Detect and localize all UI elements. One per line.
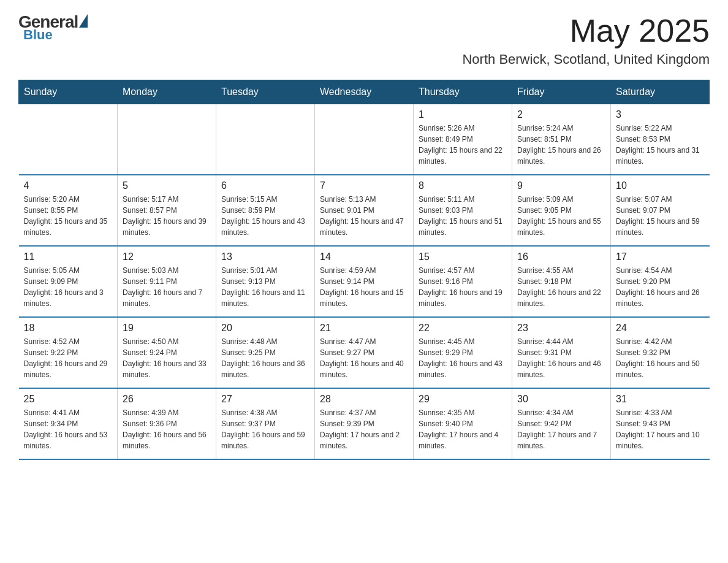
day-info: Sunrise: 4:52 AM Sunset: 9:22 PM Dayligh… <box>24 336 113 380</box>
day-info: Sunrise: 5:15 AM Sunset: 8:59 PM Dayligh… <box>221 194 309 238</box>
calendar-cell: 10Sunrise: 5:07 AM Sunset: 9:07 PM Dayli… <box>611 175 710 246</box>
calendar-cell: 28Sunrise: 4:37 AM Sunset: 9:39 PM Dayli… <box>315 388 414 459</box>
day-info: Sunrise: 4:54 AM Sunset: 9:20 PM Dayligh… <box>616 265 705 309</box>
calendar-week-row: 11Sunrise: 5:05 AM Sunset: 9:09 PM Dayli… <box>19 246 710 317</box>
day-info: Sunrise: 5:09 AM Sunset: 9:05 PM Dayligh… <box>517 194 605 238</box>
calendar-cell: 19Sunrise: 4:50 AM Sunset: 9:24 PM Dayli… <box>118 317 216 388</box>
weekday-header-wednesday: Wednesday <box>315 80 414 104</box>
page-header: General Blue May 2025 North Berwick, Sco… <box>18 12 710 67</box>
day-number: 19 <box>123 323 211 334</box>
day-info: Sunrise: 4:44 AM Sunset: 9:31 PM Dayligh… <box>517 336 605 380</box>
calendar-cell: 14Sunrise: 4:59 AM Sunset: 9:14 PM Dayli… <box>315 246 414 317</box>
calendar-cell <box>118 104 216 175</box>
day-number: 10 <box>616 180 705 191</box>
calendar-cell: 2Sunrise: 5:24 AM Sunset: 8:51 PM Daylig… <box>512 104 611 175</box>
day-info: Sunrise: 4:33 AM Sunset: 9:43 PM Dayligh… <box>616 407 705 451</box>
calendar-cell: 20Sunrise: 4:48 AM Sunset: 9:25 PM Dayli… <box>216 317 315 388</box>
logo: General Blue <box>18 12 88 43</box>
calendar-cell: 26Sunrise: 4:39 AM Sunset: 9:36 PM Dayli… <box>118 388 216 459</box>
calendar-cell: 8Sunrise: 5:11 AM Sunset: 9:03 PM Daylig… <box>414 175 512 246</box>
calendar-cell: 7Sunrise: 5:13 AM Sunset: 9:01 PM Daylig… <box>315 175 414 246</box>
day-number: 20 <box>221 323 309 334</box>
day-number: 12 <box>123 251 211 262</box>
day-number: 26 <box>123 394 211 405</box>
day-info: Sunrise: 5:24 AM Sunset: 8:51 PM Dayligh… <box>517 123 605 167</box>
weekday-header-saturday: Saturday <box>611 80 710 104</box>
day-info: Sunrise: 5:03 AM Sunset: 9:11 PM Dayligh… <box>123 265 211 309</box>
day-number: 16 <box>517 251 605 262</box>
day-info: Sunrise: 4:48 AM Sunset: 9:25 PM Dayligh… <box>221 336 309 380</box>
calendar-week-row: 18Sunrise: 4:52 AM Sunset: 9:22 PM Dayli… <box>19 317 710 388</box>
calendar-cell: 29Sunrise: 4:35 AM Sunset: 9:40 PM Dayli… <box>414 388 512 459</box>
day-info: Sunrise: 4:42 AM Sunset: 9:32 PM Dayligh… <box>616 336 705 380</box>
day-number: 8 <box>419 180 507 191</box>
day-info: Sunrise: 4:57 AM Sunset: 9:16 PM Dayligh… <box>419 265 507 309</box>
day-info: Sunrise: 4:55 AM Sunset: 9:18 PM Dayligh… <box>517 265 605 309</box>
calendar-cell: 6Sunrise: 5:15 AM Sunset: 8:59 PM Daylig… <box>216 175 315 246</box>
calendar-cell: 30Sunrise: 4:34 AM Sunset: 9:42 PM Dayli… <box>512 388 611 459</box>
day-number: 9 <box>517 180 605 191</box>
day-info: Sunrise: 5:01 AM Sunset: 9:13 PM Dayligh… <box>221 265 309 309</box>
day-number: 22 <box>419 323 507 334</box>
calendar-cell: 17Sunrise: 4:54 AM Sunset: 9:20 PM Dayli… <box>611 246 710 317</box>
day-number: 6 <box>221 180 309 191</box>
weekday-header-tuesday: Tuesday <box>216 80 315 104</box>
calendar-cell: 18Sunrise: 4:52 AM Sunset: 9:22 PM Dayli… <box>19 317 118 388</box>
day-number: 23 <box>517 323 605 334</box>
weekday-header-sunday: Sunday <box>19 80 118 104</box>
day-number: 15 <box>419 251 507 262</box>
day-info: Sunrise: 4:34 AM Sunset: 9:42 PM Dayligh… <box>517 407 605 451</box>
day-number: 3 <box>616 109 705 120</box>
logo-triangle-icon <box>79 14 88 28</box>
day-info: Sunrise: 4:41 AM Sunset: 9:34 PM Dayligh… <box>24 407 113 451</box>
day-number: 17 <box>616 251 705 262</box>
day-info: Sunrise: 4:38 AM Sunset: 9:37 PM Dayligh… <box>221 407 309 451</box>
day-info: Sunrise: 4:39 AM Sunset: 9:36 PM Dayligh… <box>123 407 211 451</box>
calendar-cell: 13Sunrise: 5:01 AM Sunset: 9:13 PM Dayli… <box>216 246 315 317</box>
day-number: 14 <box>320 251 408 262</box>
calendar-cell: 15Sunrise: 4:57 AM Sunset: 9:16 PM Dayli… <box>414 246 512 317</box>
day-info: Sunrise: 5:22 AM Sunset: 8:53 PM Dayligh… <box>616 123 705 167</box>
calendar-cell: 25Sunrise: 4:41 AM Sunset: 9:34 PM Dayli… <box>19 388 118 459</box>
weekday-header-friday: Friday <box>512 80 611 104</box>
day-info: Sunrise: 5:13 AM Sunset: 9:01 PM Dayligh… <box>320 194 408 238</box>
day-info: Sunrise: 4:47 AM Sunset: 9:27 PM Dayligh… <box>320 336 408 380</box>
calendar-cell: 16Sunrise: 4:55 AM Sunset: 9:18 PM Dayli… <box>512 246 611 317</box>
day-number: 28 <box>320 394 408 405</box>
day-number: 29 <box>419 394 507 405</box>
calendar-cell <box>216 104 315 175</box>
day-info: Sunrise: 4:45 AM Sunset: 9:29 PM Dayligh… <box>419 336 507 380</box>
calendar-cell: 27Sunrise: 4:38 AM Sunset: 9:37 PM Dayli… <box>216 388 315 459</box>
calendar-cell: 1Sunrise: 5:26 AM Sunset: 8:49 PM Daylig… <box>414 104 512 175</box>
calendar-cell: 3Sunrise: 5:22 AM Sunset: 8:53 PM Daylig… <box>611 104 710 175</box>
location-title: North Berwick, Scotland, United Kingdom <box>462 52 710 67</box>
calendar-cell: 5Sunrise: 5:17 AM Sunset: 8:57 PM Daylig… <box>118 175 216 246</box>
calendar-header-row: SundayMondayTuesdayWednesdayThursdayFrid… <box>19 80 710 104</box>
calendar-week-row: 1Sunrise: 5:26 AM Sunset: 8:49 PM Daylig… <box>19 104 710 175</box>
weekday-header-monday: Monday <box>118 80 216 104</box>
day-info: Sunrise: 4:59 AM Sunset: 9:14 PM Dayligh… <box>320 265 408 309</box>
day-number: 11 <box>24 251 113 262</box>
day-number: 13 <box>221 251 309 262</box>
day-info: Sunrise: 5:26 AM Sunset: 8:49 PM Dayligh… <box>419 123 507 167</box>
day-info: Sunrise: 4:50 AM Sunset: 9:24 PM Dayligh… <box>123 336 211 380</box>
day-number: 30 <box>517 394 605 405</box>
day-number: 1 <box>419 109 507 120</box>
day-info: Sunrise: 5:07 AM Sunset: 9:07 PM Dayligh… <box>616 194 705 238</box>
day-info: Sunrise: 4:35 AM Sunset: 9:40 PM Dayligh… <box>419 407 507 451</box>
calendar-cell <box>19 104 118 175</box>
calendar-cell: 31Sunrise: 4:33 AM Sunset: 9:43 PM Dayli… <box>611 388 710 459</box>
calendar-cell: 4Sunrise: 5:20 AM Sunset: 8:55 PM Daylig… <box>19 175 118 246</box>
day-info: Sunrise: 5:20 AM Sunset: 8:55 PM Dayligh… <box>24 194 113 238</box>
day-number: 31 <box>616 394 705 405</box>
day-number: 4 <box>24 180 113 191</box>
calendar-cell: 23Sunrise: 4:44 AM Sunset: 9:31 PM Dayli… <box>512 317 611 388</box>
day-number: 5 <box>123 180 211 191</box>
day-number: 18 <box>24 323 113 334</box>
day-info: Sunrise: 4:37 AM Sunset: 9:39 PM Dayligh… <box>320 407 408 451</box>
calendar-cell: 9Sunrise: 5:09 AM Sunset: 9:05 PM Daylig… <box>512 175 611 246</box>
day-number: 7 <box>320 180 408 191</box>
title-section: May 2025 North Berwick, Scotland, United… <box>462 12 710 67</box>
month-title: May 2025 <box>462 12 710 49</box>
calendar-cell: 21Sunrise: 4:47 AM Sunset: 9:27 PM Dayli… <box>315 317 414 388</box>
